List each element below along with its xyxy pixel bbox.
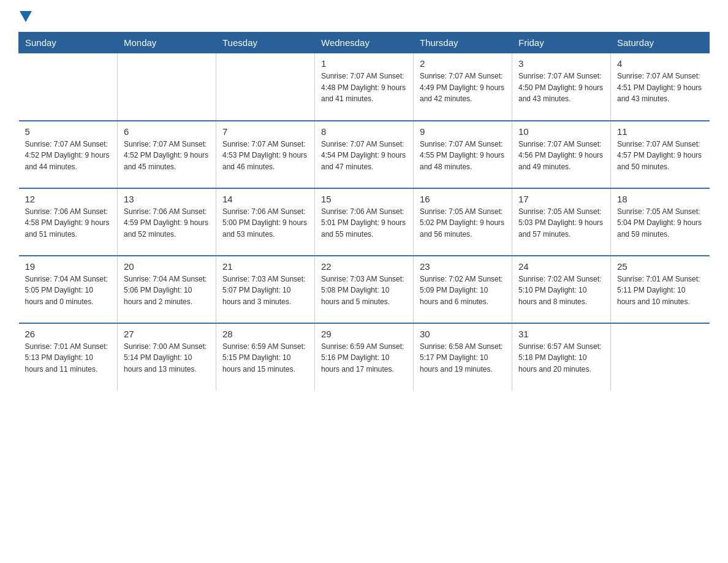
days-of-week-row: SundayMondayTuesdayWednesdayThursdayFrid… <box>19 33 710 53</box>
day-number: 3 <box>518 58 604 69</box>
day-number: 24 <box>518 261 604 272</box>
day-number: 28 <box>222 329 308 339</box>
calendar-cell: 1Sunrise: 7:07 AM Sunset: 4:48 PM Daylig… <box>315 53 414 121</box>
day-number: 21 <box>222 261 308 272</box>
day-info: Sunrise: 7:07 AM Sunset: 4:50 PM Dayligh… <box>518 71 604 105</box>
calendar-cell: 23Sunrise: 7:02 AM Sunset: 5:09 PM Dayli… <box>414 256 512 323</box>
week-row-2: 5Sunrise: 7:07 AM Sunset: 4:52 PM Daylig… <box>19 121 710 188</box>
calendar-cell: 9Sunrise: 7:07 AM Sunset: 4:55 PM Daylig… <box>414 121 512 188</box>
calendar-cell: 30Sunrise: 6:58 AM Sunset: 5:17 PM Dayli… <box>414 323 512 391</box>
calendar-cell: 29Sunrise: 6:59 AM Sunset: 5:16 PM Dayli… <box>315 323 414 391</box>
day-number: 23 <box>420 261 506 272</box>
day-info: Sunrise: 7:05 AM Sunset: 5:04 PM Dayligh… <box>617 206 703 240</box>
calendar-cell <box>216 53 315 121</box>
day-info: Sunrise: 7:00 AM Sunset: 5:14 PM Dayligh… <box>124 341 210 375</box>
day-of-week-monday: Monday <box>118 33 216 53</box>
calendar-body: 1Sunrise: 7:07 AM Sunset: 4:48 PM Daylig… <box>19 53 710 391</box>
day-info: Sunrise: 7:07 AM Sunset: 4:53 PM Dayligh… <box>222 139 308 173</box>
day-number: 7 <box>222 126 308 137</box>
calendar-cell: 8Sunrise: 7:07 AM Sunset: 4:54 PM Daylig… <box>315 121 414 188</box>
day-number: 26 <box>25 329 112 339</box>
calendar-cell: 15Sunrise: 7:06 AM Sunset: 5:01 PM Dayli… <box>315 188 414 256</box>
calendar-cell: 19Sunrise: 7:04 AM Sunset: 5:05 PM Dayli… <box>19 256 118 323</box>
calendar-cell: 11Sunrise: 7:07 AM Sunset: 4:57 PM Dayli… <box>611 121 710 188</box>
day-number: 17 <box>518 194 604 204</box>
week-row-1: 1Sunrise: 7:07 AM Sunset: 4:48 PM Daylig… <box>19 53 710 121</box>
page-header <box>18 12 710 26</box>
day-info: Sunrise: 7:02 AM Sunset: 5:10 PM Dayligh… <box>518 274 604 308</box>
calendar-cell: 6Sunrise: 7:07 AM Sunset: 4:52 PM Daylig… <box>118 121 216 188</box>
calendar-cell: 17Sunrise: 7:05 AM Sunset: 5:03 PM Dayli… <box>512 188 611 256</box>
day-number: 18 <box>617 194 703 204</box>
week-row-3: 12Sunrise: 7:06 AM Sunset: 4:58 PM Dayli… <box>19 188 710 256</box>
day-number: 10 <box>518 126 604 137</box>
day-info: Sunrise: 7:06 AM Sunset: 4:58 PM Dayligh… <box>25 206 112 240</box>
calendar-cell: 18Sunrise: 7:05 AM Sunset: 5:04 PM Dayli… <box>611 188 710 256</box>
day-number: 31 <box>518 329 604 339</box>
day-info: Sunrise: 6:58 AM Sunset: 5:17 PM Dayligh… <box>420 341 506 375</box>
day-info: Sunrise: 6:59 AM Sunset: 5:15 PM Dayligh… <box>222 341 308 375</box>
day-number: 30 <box>420 329 506 339</box>
day-info: Sunrise: 7:03 AM Sunset: 5:08 PM Dayligh… <box>321 274 407 308</box>
logo-triangle-icon <box>20 11 32 22</box>
day-info: Sunrise: 7:07 AM Sunset: 4:54 PM Dayligh… <box>321 139 407 173</box>
day-info: Sunrise: 7:04 AM Sunset: 5:06 PM Dayligh… <box>124 274 210 308</box>
day-number: 1 <box>321 58 407 69</box>
svg-marker-0 <box>20 11 32 22</box>
day-number: 9 <box>420 126 506 137</box>
calendar-cell: 25Sunrise: 7:01 AM Sunset: 5:11 PM Dayli… <box>611 256 710 323</box>
day-of-week-wednesday: Wednesday <box>315 33 414 53</box>
day-info: Sunrise: 7:04 AM Sunset: 5:05 PM Dayligh… <box>25 274 112 308</box>
day-of-week-thursday: Thursday <box>414 33 512 53</box>
calendar-cell: 21Sunrise: 7:03 AM Sunset: 5:07 PM Dayli… <box>216 256 315 323</box>
day-info: Sunrise: 7:07 AM Sunset: 4:52 PM Dayligh… <box>124 139 210 173</box>
week-row-4: 19Sunrise: 7:04 AM Sunset: 5:05 PM Dayli… <box>19 256 710 323</box>
calendar-header: SundayMondayTuesdayWednesdayThursdayFrid… <box>19 33 710 53</box>
day-info: Sunrise: 7:07 AM Sunset: 4:48 PM Dayligh… <box>321 71 407 105</box>
calendar-cell: 13Sunrise: 7:06 AM Sunset: 4:59 PM Dayli… <box>118 188 216 256</box>
day-number: 8 <box>321 126 407 137</box>
day-info: Sunrise: 7:06 AM Sunset: 5:01 PM Dayligh… <box>321 206 407 240</box>
calendar-cell: 16Sunrise: 7:05 AM Sunset: 5:02 PM Dayli… <box>414 188 512 256</box>
day-number: 20 <box>124 261 210 272</box>
day-number: 15 <box>321 194 407 204</box>
day-info: Sunrise: 7:07 AM Sunset: 4:49 PM Dayligh… <box>420 71 506 105</box>
calendar-cell: 22Sunrise: 7:03 AM Sunset: 5:08 PM Dayli… <box>315 256 414 323</box>
calendar-cell: 20Sunrise: 7:04 AM Sunset: 5:06 PM Dayli… <box>118 256 216 323</box>
day-info: Sunrise: 7:02 AM Sunset: 5:09 PM Dayligh… <box>420 274 506 308</box>
day-of-week-saturday: Saturday <box>611 33 710 53</box>
day-number: 14 <box>222 194 308 204</box>
calendar-table: SundayMondayTuesdayWednesdayThursdayFrid… <box>18 32 710 391</box>
day-number: 27 <box>124 329 210 339</box>
day-of-week-sunday: Sunday <box>19 33 118 53</box>
calendar-cell: 14Sunrise: 7:06 AM Sunset: 5:00 PM Dayli… <box>216 188 315 256</box>
day-number: 5 <box>25 126 112 137</box>
calendar-cell <box>19 53 118 121</box>
calendar-cell: 27Sunrise: 7:00 AM Sunset: 5:14 PM Dayli… <box>118 323 216 391</box>
calendar-cell: 7Sunrise: 7:07 AM Sunset: 4:53 PM Daylig… <box>216 121 315 188</box>
calendar-cell: 10Sunrise: 7:07 AM Sunset: 4:56 PM Dayli… <box>512 121 611 188</box>
day-info: Sunrise: 7:03 AM Sunset: 5:07 PM Dayligh… <box>222 274 308 308</box>
day-number: 2 <box>420 58 506 69</box>
day-info: Sunrise: 7:06 AM Sunset: 4:59 PM Dayligh… <box>124 206 210 240</box>
calendar-cell: 4Sunrise: 7:07 AM Sunset: 4:51 PM Daylig… <box>611 53 710 121</box>
calendar-cell <box>118 53 216 121</box>
calendar-cell: 28Sunrise: 6:59 AM Sunset: 5:15 PM Dayli… <box>216 323 315 391</box>
day-info: Sunrise: 7:01 AM Sunset: 5:13 PM Dayligh… <box>25 341 112 375</box>
day-number: 13 <box>124 194 210 204</box>
day-info: Sunrise: 7:06 AM Sunset: 5:00 PM Dayligh… <box>222 206 308 240</box>
day-info: Sunrise: 7:07 AM Sunset: 4:57 PM Dayligh… <box>617 139 703 173</box>
day-info: Sunrise: 7:07 AM Sunset: 4:51 PM Dayligh… <box>617 71 703 105</box>
day-number: 16 <box>420 194 506 204</box>
calendar-cell: 12Sunrise: 7:06 AM Sunset: 4:58 PM Dayli… <box>19 188 118 256</box>
day-info: Sunrise: 7:01 AM Sunset: 5:11 PM Dayligh… <box>617 274 703 308</box>
day-info: Sunrise: 6:57 AM Sunset: 5:18 PM Dayligh… <box>518 341 604 375</box>
day-info: Sunrise: 7:07 AM Sunset: 4:52 PM Dayligh… <box>25 139 112 173</box>
calendar-cell: 31Sunrise: 6:57 AM Sunset: 5:18 PM Dayli… <box>512 323 611 391</box>
calendar-cell: 2Sunrise: 7:07 AM Sunset: 4:49 PM Daylig… <box>414 53 512 121</box>
day-number: 22 <box>321 261 407 272</box>
day-of-week-friday: Friday <box>512 33 611 53</box>
day-of-week-tuesday: Tuesday <box>216 33 315 53</box>
day-info: Sunrise: 7:07 AM Sunset: 4:55 PM Dayligh… <box>420 139 506 173</box>
day-number: 4 <box>617 58 703 69</box>
